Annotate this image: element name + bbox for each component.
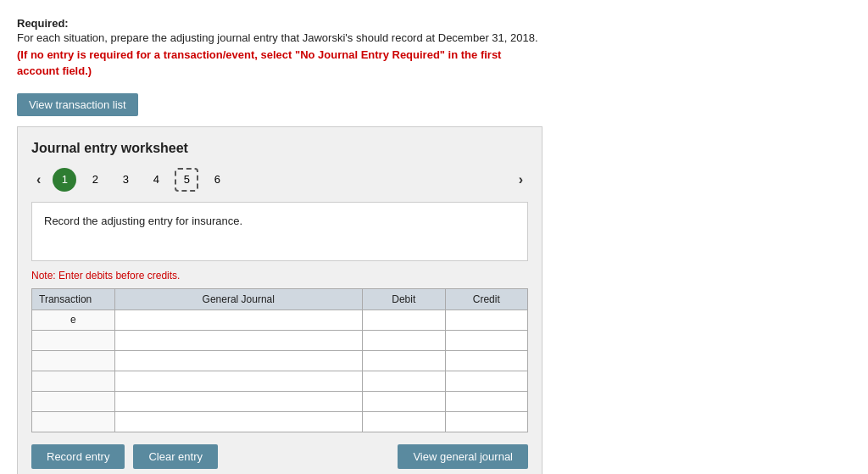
buttons-row: Record entry Clear entry View general jo… [31, 444, 528, 469]
credit-cell-2[interactable] [445, 330, 528, 350]
col-header-general-journal: General Journal [114, 288, 363, 309]
journal-cell-3[interactable] [114, 350, 363, 371]
credit-input-1[interactable] [451, 314, 523, 326]
debit-input-6[interactable] [368, 415, 440, 427]
col-header-debit: Debit [363, 288, 446, 309]
transaction-cell-2 [32, 330, 115, 350]
transaction-cell-5 [32, 391, 115, 411]
journal-cell-1[interactable] [114, 309, 363, 330]
transaction-cell-3 [32, 350, 115, 371]
required-title: Required: [17, 17, 542, 30]
clear-entry-button[interactable]: Clear entry [133, 444, 218, 469]
credit-input-4[interactable] [451, 375, 523, 387]
tab-5[interactable]: 5 [175, 168, 198, 192]
journal-table: Transaction General Journal Debit Credit… [31, 288, 528, 432]
credit-input-5[interactable] [451, 395, 523, 407]
view-transaction-list-button[interactable]: View transaction list [17, 93, 138, 116]
debit-cell-6[interactable] [363, 411, 446, 432]
debit-cell-5[interactable] [363, 391, 446, 411]
debit-input-4[interactable] [368, 375, 440, 387]
table-row [32, 330, 528, 350]
credit-cell-5[interactable] [445, 391, 528, 411]
credit-input-3[interactable] [451, 354, 523, 366]
transaction-cell-4 [32, 371, 115, 391]
debit-cell-2[interactable] [363, 330, 446, 350]
table-row [32, 371, 528, 391]
journal-cell-4[interactable] [114, 371, 363, 391]
view-general-journal-button[interactable]: View general journal [398, 444, 528, 469]
worksheet-container: Journal entry worksheet ‹ 1 2 3 4 5 6 › … [17, 126, 542, 475]
debit-input-1[interactable] [368, 314, 440, 326]
note-text: Note: Enter debits before credits. [31, 270, 528, 282]
journal-input-1[interactable] [120, 314, 358, 326]
tab-6[interactable]: 6 [205, 168, 229, 192]
journal-input-2[interactable] [120, 334, 358, 346]
journal-input-4[interactable] [120, 375, 358, 387]
table-row: e [32, 309, 528, 330]
tabs-row: ‹ 1 2 3 4 5 6 › [31, 168, 528, 192]
table-row [32, 411, 528, 432]
journal-input-6[interactable] [120, 415, 358, 427]
credit-cell-6[interactable] [445, 411, 528, 432]
credit-cell-1[interactable] [445, 309, 528, 330]
required-body: For each situation, prepare the adjustin… [17, 30, 542, 80]
journal-cell-2[interactable] [114, 330, 363, 350]
transaction-cell-1: e [32, 309, 115, 330]
tab-1[interactable]: 1 [53, 168, 76, 192]
debit-cell-3[interactable] [363, 350, 446, 371]
table-row [32, 350, 528, 371]
record-entry-button[interactable]: Record entry [31, 444, 125, 469]
journal-cell-6[interactable] [114, 411, 363, 432]
tab-3[interactable]: 3 [114, 168, 137, 192]
journal-input-5[interactable] [120, 395, 358, 407]
tab-next-arrow[interactable]: › [514, 170, 528, 189]
transaction-cell-6 [32, 411, 115, 432]
tab-4[interactable]: 4 [144, 168, 168, 192]
debit-input-2[interactable] [368, 334, 440, 346]
tab-prev-arrow[interactable]: ‹ [31, 170, 46, 189]
tab-2[interactable]: 2 [83, 168, 107, 192]
required-highlight: (If no entry is required for a transacti… [17, 48, 501, 78]
journal-input-3[interactable] [120, 354, 358, 366]
debit-cell-4[interactable] [363, 371, 446, 391]
required-section: Required: For each situation, prepare th… [17, 17, 542, 80]
col-header-transaction: Transaction [32, 288, 115, 309]
journal-cell-5[interactable] [114, 391, 363, 411]
table-row [32, 391, 528, 411]
required-body-text: For each situation, prepare the adjustin… [17, 31, 538, 44]
credit-input-6[interactable] [451, 415, 523, 427]
instruction-box: Record the adjusting entry for insurance… [31, 202, 528, 261]
worksheet-title: Journal entry worksheet [31, 141, 528, 156]
debit-input-3[interactable] [368, 354, 440, 366]
instruction-text: Record the adjusting entry for insurance… [44, 215, 242, 227]
col-header-credit: Credit [445, 288, 528, 309]
credit-input-2[interactable] [451, 334, 523, 346]
debit-input-5[interactable] [368, 395, 440, 407]
credit-cell-3[interactable] [445, 350, 528, 371]
debit-cell-1[interactable] [363, 309, 446, 330]
credit-cell-4[interactable] [445, 371, 528, 391]
